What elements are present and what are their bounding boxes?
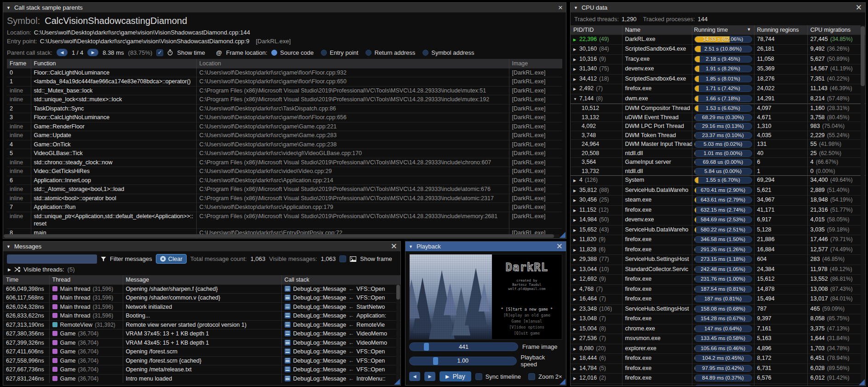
next-frame-button[interactable]: ▶ <box>424 372 435 381</box>
resize-grip[interactable] <box>560 379 565 385</box>
cpu-row[interactable]: ▶13,048(7)firefox.exe154.28 ms (0.67%)9,… <box>571 314 865 324</box>
cpu-row[interactable]: ▶11,820(9)firefox.exe346.58 ms (1.50%)21… <box>571 235 865 245</box>
callstack-row[interactable]: 7Application::RunC:\Users\wolf\Desktop\d… <box>7 203 562 212</box>
frame-location-radio-entry-point[interactable]: Entry point <box>321 49 358 56</box>
cpu-row[interactable]: ▶34,412(18)ScriptedSandbox64.exe1.85 s (… <box>571 74 865 84</box>
cpu-row[interactable]: ▶29,388(77)ServiceHub.SettingsHost273.15… <box>571 255 865 265</box>
expand-arrow-icon[interactable]: ▶ <box>573 326 579 334</box>
callstack-row[interactable]: inlinestd::unique_ptr<Application,std::d… <box>7 212 562 228</box>
show-frame-checkbox[interactable] <box>339 255 346 262</box>
close-icon[interactable]: ✕ <box>391 243 397 250</box>
col-thread[interactable]: Thread <box>49 275 123 284</box>
message-row[interactable]: 627,313,190nsRemoteView(31,392)Remote vi… <box>3 320 400 329</box>
col-function[interactable]: Function <box>31 59 196 68</box>
expand-arrow-icon[interactable]: ▶ <box>573 276 579 284</box>
expand-arrow-icon[interactable]: ▶ <box>573 197 579 205</box>
frame-location-radio-symbol-address[interactable]: Symbol address <box>423 49 474 56</box>
close-icon[interactable]: × <box>558 5 563 11</box>
cpu-row[interactable]: ▶4(126)System1.55 s (6.70%)69,29434,400(… <box>571 176 865 186</box>
expand-arrow-icon[interactable]: ▶ <box>573 227 579 235</box>
cpu-row[interactable]: ▶1,488(10)csrss.exe83.74 ms (0.36%)3,657… <box>571 383 865 386</box>
filter-input[interactable] <box>7 254 97 264</box>
expand-arrow-icon[interactable]: ▶ <box>573 316 579 323</box>
checkbox-sync-timeline[interactable]: Sync timeline <box>475 373 521 380</box>
cpu-row[interactable]: ▶11,828(6)firefox.exe291.26 ms (1.26%)16… <box>571 245 865 255</box>
callstack-row[interactable]: 4Game::OnTickC:\Users\wolf\Desktop\darkr… <box>7 140 562 149</box>
checkbox-zoom-2-[interactable]: Zoom 2× <box>528 373 562 380</box>
expand-arrow-icon[interactable]: ▶ <box>573 286 579 294</box>
expand-arrow-icon[interactable]: ▶ <box>573 46 579 54</box>
expand-arrow-icon[interactable]: ▶ <box>573 247 579 254</box>
callstack-cell[interactable]: DebugLog::Message←Application: <box>281 312 400 321</box>
expand-arrow-icon[interactable]: ▶ <box>573 296 579 304</box>
col-name[interactable]: Name <box>622 25 692 35</box>
playback-titlebar[interactable]: ▼ Playback ✕ <box>405 242 566 251</box>
col-image[interactable]: Image <box>509 59 562 68</box>
col-pid-tid[interactable]: PID/TID <box>571 25 622 35</box>
callstack-row[interactable]: 2TaskDispatch::SyncC:\Users\wolf\Desktop… <box>7 104 562 113</box>
collapse-icon[interactable]: ▼ <box>574 6 578 10</box>
cpu-titlebar[interactable]: ▼ CPU data ✕ <box>571 3 865 12</box>
callstack-cell[interactable]: DebugLog::Message←VideoMemo <box>281 329 400 339</box>
messages-header-row[interactable]: Time Thread Message Call stack <box>3 275 400 284</box>
col-message[interactable]: Message <box>123 275 281 284</box>
callstack-row[interactable]: 1<lambda_84a19dc444fae966ca174e83e708bdc… <box>7 77 562 87</box>
message-row[interactable]: 626,833,622nsMain thread(31,596)Booting.… <box>3 312 400 321</box>
next-callstack-button[interactable]: ▶ <box>87 49 98 56</box>
col-callstack[interactable]: Call stack <box>281 275 400 284</box>
cpu-row[interactable]: ▼7,144(8)dwm.exe1.66 s (7.18%)14,2918,21… <box>571 94 865 104</box>
message-row[interactable]: 626,024,328nsMain thread(31,596)Network … <box>3 302 400 312</box>
cpu-row[interactable]: ▶11,152(12)firefox.exe632.15 ms (2.74%)4… <box>571 205 865 215</box>
cpu-row[interactable]: ▶14,984(50)devenv.exe584.69 ms (2.53%)6,… <box>571 215 865 225</box>
expand-arrow-icon[interactable]: ▶ <box>573 187 579 195</box>
message-row[interactable]: 627,667,736nsGame(36,704)Opening /meta/r… <box>3 365 400 375</box>
frame-location-radio-source-code[interactable]: Source code <box>271 49 314 56</box>
message-row[interactable]: 627,558,996nsGame(36,704)Opening /forest… <box>3 356 400 365</box>
collapse-icon[interactable]: ▼ <box>6 244 11 249</box>
expand-arrow-icon[interactable]: ▶ <box>573 86 579 93</box>
cpu-row[interactable]: 24,964DWM Master Input Thread5.03 ms (0.… <box>571 140 865 149</box>
callstack-cell[interactable]: DebugLog::Message←StartNetwo <box>281 302 400 312</box>
cpu-header-row[interactable]: PID/TID Name Running time ▼ Running regi… <box>571 25 865 35</box>
show-time-checkbox[interactable]: ✓ <box>156 49 163 56</box>
message-row[interactable]: 627,411,606nsGame(36,704)Opening /forest… <box>3 347 400 357</box>
cpu-row[interactable]: ▶4,768(7)firefox.exe187.54 ms (0.81%)14,… <box>571 284 865 295</box>
expand-arrow-icon[interactable]: ▶ <box>573 207 579 215</box>
cpu-row[interactable]: 4,092DWM LPC Port Thread29.16 ms (0.13%)… <box>571 122 865 131</box>
callstack-cell[interactable]: DebugLog::Message←RemoteVie <box>281 320 400 329</box>
cpu-row[interactable]: 3,564GameInput server69.68 us (0.00%)64(… <box>571 158 865 167</box>
col-cpu-migrations[interactable]: CPU migrations <box>807 25 865 35</box>
expand-arrow-icon[interactable]: ▶ <box>573 56 579 64</box>
playback-speed-slider[interactable]: 1.00 <box>409 357 517 365</box>
callstack-row[interactable]: 5VideoGLBase::TickC:\Users\wolf\Desktop\… <box>7 149 562 158</box>
collapse-icon[interactable]: ▼ <box>6 6 11 10</box>
expand-arrow-icon[interactable]: ▶ <box>573 306 579 314</box>
cpu-row[interactable]: ▶30,160(84)ScriptedSandbox64.exe2.51 s (… <box>571 45 865 55</box>
expander-icon[interactable]: ▶ <box>8 267 11 272</box>
slider-grab[interactable] <box>433 357 438 365</box>
prev-frame-button[interactable]: ◀ <box>409 372 420 381</box>
cpu-row[interactable]: ▶31,340(75)devenv.exe1.91 s (8.26%)35,36… <box>571 64 865 75</box>
message-row[interactable]: 627,831,246nsGame(36,704)Intro menu load… <box>3 374 400 383</box>
expand-arrow-icon[interactable]: ▶ <box>573 266 579 274</box>
callstack-row[interactable]: inlinestd::chrono::steady_clock::nowC:\P… <box>7 158 562 167</box>
cpu-row[interactable]: ▶12,692(9)firefox.exe231.76 ms (1.00%)15… <box>571 275 865 285</box>
checkbox-icon[interactable] <box>528 373 535 380</box>
callstack-cell[interactable]: DebugLog::Message←VFS::Open <box>281 365 400 375</box>
checkbox-icon[interactable] <box>475 373 482 380</box>
callstack-row[interactable]: inlinestd::unique_lock<std::mutex>::lock… <box>7 95 562 104</box>
col-running-regions[interactable]: Running regions <box>754 25 807 35</box>
cpu-row[interactable]: ▶8,080(20)explorer.exe105.66 ms (0.46%)4… <box>571 344 865 354</box>
callstack-row[interactable]: 3Floor::CalcLightNoLuminanceC:\Users\wol… <box>7 113 562 122</box>
callstack-row[interactable]: inlineVideo::GetTicksHiResC:\Users\wolf\… <box>7 167 562 176</box>
callstack-cell[interactable]: DebugLog::Message←VideoMemo <box>281 338 400 347</box>
slider-grab[interactable] <box>424 343 429 351</box>
cpu-row[interactable]: ▶15,652(43)ServiceHub.DataWareho580.22 m… <box>571 225 865 235</box>
expand-arrow-icon[interactable]: ▶ <box>573 66 579 74</box>
col-location[interactable]: Location <box>196 59 509 68</box>
callstack-row[interactable]: 0Floor::CalcLightNoLuminanceC:\Users\wol… <box>7 68 562 77</box>
resize-grip[interactable] <box>859 379 865 385</box>
callstack-titlebar[interactable]: ▼ Call stack sample parents × <box>3 3 566 12</box>
messages-vertical-scrollbar[interactable] <box>396 285 400 385</box>
expand-arrow-icon[interactable]: ▶ <box>573 177 579 185</box>
